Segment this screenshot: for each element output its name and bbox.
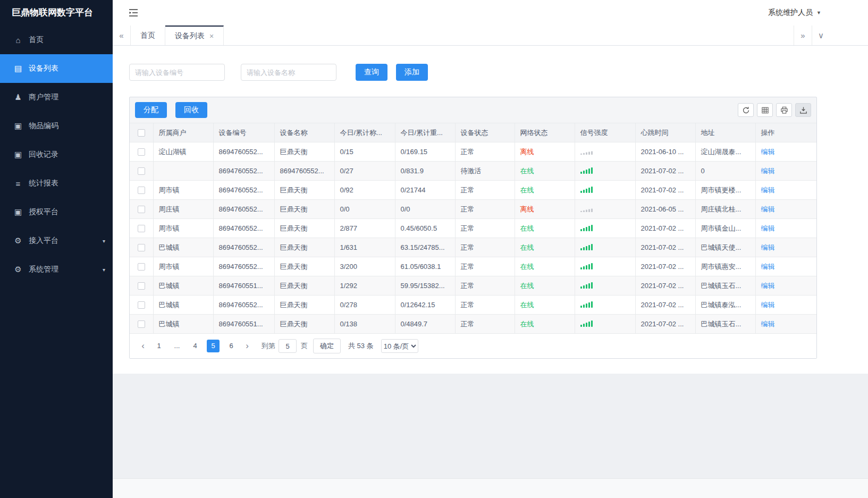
sidebar-item-authorization-platform[interactable]: ▣授权平台	[0, 198, 113, 226]
home-icon: ⌂	[13, 36, 23, 45]
tab-home[interactable]: 首页	[131, 26, 165, 45]
cell-device-no: 8694760552...	[213, 142, 274, 162]
page-number[interactable]: 6	[225, 340, 238, 352]
tabs-scroll-right-icon[interactable]: »	[794, 26, 812, 45]
page-number[interactable]: 5	[207, 340, 220, 352]
row-checkbox[interactable]	[138, 301, 145, 309]
allocate-button[interactable]: 分配	[135, 102, 167, 118]
row-checkbox[interactable]	[138, 263, 145, 271]
query-button[interactable]: 查询	[356, 64, 387, 81]
sidebar-item-access-platform[interactable]: ⚙接入平台▾	[0, 226, 113, 255]
column-header: 网络状态	[515, 123, 575, 142]
network-status-badge: 在线	[520, 263, 534, 271]
sidebar-item-recycle-records[interactable]: ▣回收记录	[0, 140, 113, 169]
cell-today-weight: 0/21744	[395, 181, 455, 200]
row-checkbox[interactable]	[138, 320, 145, 328]
recycle-record-icon: ▣	[13, 150, 23, 159]
sidebar-item-merchant-management[interactable]: ♟商户管理	[0, 83, 113, 112]
signal-strength-icon	[580, 300, 593, 308]
page-number[interactable]: 4	[189, 340, 201, 352]
device-no-input[interactable]	[129, 64, 225, 81]
cell-merchant: 周市镇	[153, 219, 213, 238]
page-jump-input[interactable]	[279, 339, 297, 353]
row-checkbox[interactable]	[138, 187, 145, 194]
menu-fold-icon[interactable]	[129, 9, 138, 17]
edit-link[interactable]: 编辑	[761, 186, 775, 194]
merchant-icon: ♟	[13, 92, 23, 102]
cell-today-count: 0/92	[334, 181, 395, 200]
sidebar-item-label: 接入平台	[29, 236, 58, 246]
refresh-icon[interactable]	[738, 103, 754, 117]
page-numbers: 1...456	[150, 340, 240, 352]
edit-link[interactable]: 编辑	[761, 148, 775, 156]
cell-signal	[575, 181, 635, 200]
row-checkbox[interactable]	[138, 282, 145, 290]
edit-link[interactable]: 编辑	[761, 263, 775, 271]
cell-today-count: 2/877	[334, 219, 395, 238]
column-header: 地址	[695, 123, 755, 142]
page-ellipsis[interactable]: ...	[171, 340, 183, 352]
signal-strength-icon	[580, 262, 593, 269]
row-checkbox[interactable]	[138, 225, 145, 232]
page-size-select[interactable]: 10 条/页	[381, 339, 418, 353]
cell-device-name: 8694760552...	[274, 162, 334, 181]
network-status-badge: 在线	[520, 320, 534, 328]
sidebar-item-label: 统计报表	[29, 179, 58, 188]
cell-device-name: 巨鼎天衡	[274, 315, 334, 334]
cell-address: 巴城镇玉石...	[695, 276, 755, 296]
sidebar-item-device-list[interactable]: ▤设备列表	[0, 54, 113, 83]
cell-device-no: 8694760552...	[213, 181, 274, 200]
jump-confirm-button[interactable]: 确定	[313, 339, 341, 353]
sidebar-item-item-coding[interactable]: ▣物品编码	[0, 112, 113, 140]
row-checkbox[interactable]	[138, 206, 145, 213]
edit-link[interactable]: 编辑	[761, 167, 775, 175]
item-code-icon: ▣	[13, 121, 23, 131]
edit-link[interactable]: 编辑	[761, 205, 775, 213]
user-menu[interactable]: 系统维护人员 ▼	[768, 8, 821, 18]
row-checkbox[interactable]	[138, 244, 145, 251]
add-button[interactable]: 添加	[396, 64, 428, 81]
columns-grid-icon[interactable]	[757, 103, 773, 117]
total-count: 共 53 条	[348, 341, 374, 351]
sidebar-item-system-management[interactable]: ⚙系统管理▾	[0, 255, 113, 284]
cell-today-count: 0/138	[334, 315, 395, 334]
select-all-checkbox[interactable]	[138, 129, 145, 137]
cell-device-name: 巨鼎天衡	[274, 276, 334, 296]
page-number[interactable]: 1	[153, 340, 165, 352]
recycle-button[interactable]: 回收	[175, 102, 207, 118]
edit-link[interactable]: 编辑	[761, 243, 775, 251]
pagination: ‹ 1...456 › 到第 页 确定 共 53 条 10 条/页	[130, 334, 816, 358]
next-page-icon[interactable]: ›	[240, 340, 254, 352]
cell-device-status: 正常	[455, 315, 515, 334]
edit-link[interactable]: 编辑	[761, 301, 775, 309]
print-icon[interactable]	[776, 103, 792, 117]
close-icon[interactable]: ×	[209, 32, 214, 40]
cell-signal	[575, 276, 635, 296]
tabs-dropdown-icon[interactable]: ∨	[812, 26, 830, 45]
export-icon[interactable]	[795, 103, 811, 117]
network-status-badge: 在线	[520, 167, 534, 175]
tabs-scroll-left-icon[interactable]: «	[113, 26, 131, 45]
sidebar-item-home[interactable]: ⌂首页	[0, 26, 113, 54]
row-checkbox[interactable]	[138, 167, 145, 175]
signal-strength-icon	[580, 208, 593, 212]
sidebar-item-label: 授权平台	[29, 207, 58, 217]
cell-today-weight: 61.05/6038.1	[395, 257, 455, 276]
sidebar-item-statistics-reports[interactable]: ≡统计报表	[0, 169, 113, 198]
edit-link[interactable]: 编辑	[761, 224, 775, 232]
row-checkbox[interactable]	[138, 148, 145, 156]
table-row: 巴城镇8694760552...巨鼎天衡0/2780/12642.15正常在线2…	[130, 296, 816, 315]
page-content: 查询 添加 分配 回收	[113, 46, 868, 374]
cell-device-no: 8694760552...	[213, 162, 274, 181]
edit-link[interactable]: 编辑	[761, 282, 775, 290]
prev-page-icon[interactable]: ‹	[136, 340, 150, 352]
network-status-badge: 在线	[520, 186, 534, 194]
cell-merchant: 周市镇	[153, 257, 213, 276]
tab-device-list[interactable]: 设备列表×	[165, 26, 224, 45]
cell-heartbeat: 2021-06-10 ...	[635, 142, 695, 162]
edit-link[interactable]: 编辑	[761, 320, 775, 328]
cell-today-weight: 0/169.15	[395, 142, 455, 162]
signal-strength-icon	[580, 185, 593, 193]
device-table-body: 淀山湖镇8694760552...巨鼎天衡0/150/169.15正常离线202…	[130, 142, 816, 334]
device-name-input[interactable]	[241, 64, 336, 81]
